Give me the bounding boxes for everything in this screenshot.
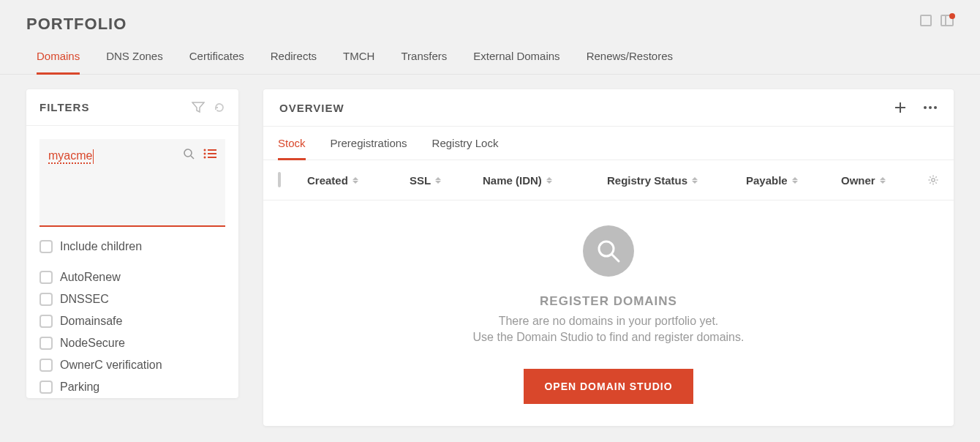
filters-panel: FILTERS myacme [26, 89, 238, 398]
tab-domains[interactable]: Domains [37, 50, 80, 75]
svg-point-11 [929, 106, 932, 109]
table-header: Created SSL Name (IDN) Registry Status P… [263, 160, 954, 201]
notification-dot [949, 13, 955, 19]
column-name[interactable]: Name (IDN) [483, 174, 607, 187]
more-icon[interactable] [923, 105, 938, 110]
sort-icon [692, 177, 698, 184]
sort-icon [546, 177, 552, 184]
main-tabs: Domains DNS Zones Certificates Redirects… [0, 34, 980, 75]
tab-dns-zones[interactable]: DNS Zones [106, 50, 163, 74]
search-value: myacme [48, 149, 92, 162]
list-icon[interactable] [203, 148, 216, 160]
open-domain-studio-button[interactable]: OPEN DOMAIN STUDIO [524, 369, 693, 404]
checkbox-label: Domainsafe [60, 315, 122, 328]
page-title: PORTFOLIO [26, 15, 127, 34]
empty-line1: There are no domains in your portfolio y… [278, 315, 939, 328]
checkbox-label: OwnerC verification [60, 359, 162, 372]
layout-icon[interactable] [920, 15, 932, 26]
filter-checkbox-nodesecure[interactable]: NodeSecure [26, 332, 238, 354]
empty-title: REGISTER DOMAINS [278, 294, 939, 309]
sort-icon [353, 177, 358, 184]
svg-point-6 [204, 157, 206, 159]
sort-icon [792, 177, 798, 184]
overview-subtabs: Stock Preregistrations Registry Lock [263, 127, 954, 160]
tab-renews[interactable]: Renews/Restores [587, 50, 673, 74]
filter-checkbox-include-children[interactable]: Include children [26, 240, 238, 262]
checkbox-icon[interactable] [39, 359, 53, 372]
checkbox-label: NodeSecure [60, 337, 125, 350]
svg-point-12 [934, 106, 937, 109]
checkbox-label: Include children [60, 240, 142, 253]
column-settings-icon[interactable] [927, 174, 939, 186]
search-icon[interactable] [183, 148, 195, 160]
overview-panel: OVERVIEW Stock Preregistrations Registry… [263, 89, 954, 426]
tab-external-domains[interactable]: External Domains [473, 50, 559, 74]
filter-checkbox-parking[interactable]: Parking [26, 376, 238, 398]
subtab-preregistrations[interactable]: Preregistrations [331, 137, 407, 160]
svg-point-4 [204, 153, 206, 155]
header-icons [920, 15, 954, 26]
filter-icon[interactable] [192, 102, 205, 113]
filter-checkbox-dnssec[interactable]: DNSSEC [26, 288, 238, 310]
checkbox-icon[interactable] [39, 271, 53, 284]
filters-title: FILTERS [39, 101, 89, 113]
empty-state: REGISTER DOMAINS There are no domains in… [263, 201, 954, 426]
column-created[interactable]: Created [307, 174, 410, 187]
text-caret [93, 149, 94, 164]
checkbox-icon[interactable] [39, 315, 53, 328]
add-icon[interactable] [894, 101, 907, 114]
svg-line-15 [612, 255, 619, 261]
svg-line-1 [191, 156, 194, 159]
tab-tmch[interactable]: TMCH [343, 50, 374, 74]
panel-icon[interactable] [941, 15, 954, 26]
svg-point-10 [924, 106, 927, 109]
sort-icon [880, 177, 886, 184]
empty-state-icon [583, 225, 634, 277]
filter-search-input[interactable]: myacme [39, 139, 225, 227]
tab-redirects[interactable]: Redirects [271, 50, 317, 74]
tab-certificates[interactable]: Certificates [189, 50, 244, 74]
checkbox-label: DNSSEC [60, 293, 109, 306]
tab-transfers[interactable]: Transfers [401, 50, 447, 74]
column-registry-status[interactable]: Registry Status [607, 174, 746, 187]
empty-line2: Use the Domain Studio to find and regist… [278, 331, 939, 344]
column-payable[interactable]: Payable [746, 174, 841, 187]
overview-title: OVERVIEW [279, 102, 344, 114]
svg-point-13 [932, 179, 935, 181]
filter-checkbox-domainsafe[interactable]: Domainsafe [26, 310, 238, 332]
svg-rect-3 [208, 149, 216, 151]
svg-rect-7 [208, 157, 216, 158]
select-all-checkbox[interactable] [278, 172, 281, 187]
reset-filter-icon[interactable] [214, 102, 225, 113]
column-ssl[interactable]: SSL [410, 174, 483, 187]
svg-point-2 [204, 149, 206, 151]
svg-rect-5 [208, 153, 216, 154]
svg-point-0 [184, 149, 192, 157]
checkbox-label: Parking [60, 381, 99, 394]
checkbox-icon[interactable] [39, 293, 53, 306]
filter-checkbox-autorenew[interactable]: AutoRenew [26, 266, 238, 288]
sort-icon [435, 177, 441, 184]
subtab-stock[interactable]: Stock [278, 137, 306, 160]
checkbox-icon[interactable] [39, 381, 53, 394]
subtab-registry-lock[interactable]: Registry Lock [432, 137, 499, 160]
checkbox-icon[interactable] [39, 240, 53, 253]
checkbox-icon[interactable] [39, 337, 53, 350]
filter-checkbox-ownerc[interactable]: OwnerC verification [26, 354, 238, 376]
checkbox-label: AutoRenew [60, 271, 121, 284]
column-owner[interactable]: Owner [841, 174, 929, 187]
